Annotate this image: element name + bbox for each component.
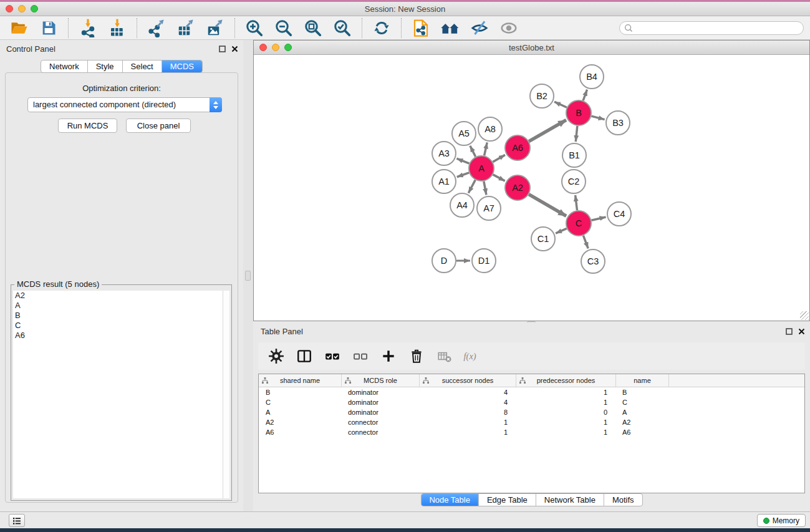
mcds-result-scrollbar[interactable]	[223, 291, 229, 498]
column-header-predecessor-nodes[interactable]: predecessor nodes	[516, 374, 616, 387]
mcds-result-item[interactable]: A6	[13, 331, 229, 341]
graph-edge-B-B3[interactable]	[591, 116, 604, 119]
graph-edge-B-B2[interactable]	[554, 102, 567, 107]
graph-edge-A-A8[interactable]	[485, 142, 488, 155]
graph-node-A1[interactable]: A1	[432, 170, 456, 193]
tab-network[interactable]: Network	[41, 60, 87, 72]
mcds-result-item[interactable]: C	[13, 321, 229, 331]
graph-node-D1[interactable]: D1	[472, 249, 496, 273]
graph-edge-A-A3[interactable]	[456, 158, 469, 163]
select-all-button[interactable]	[322, 346, 342, 366]
column-header-shared-name[interactable]: shared name	[259, 374, 342, 387]
tab-network-table[interactable]: Network Table	[536, 494, 604, 506]
column-header-mcds-role[interactable]: MCDS role	[342, 374, 420, 387]
float-panel-icon[interactable]	[786, 328, 793, 335]
graph-node-B4[interactable]: B4	[580, 65, 604, 89]
run-mcds-button[interactable]: Run MCDS	[58, 118, 117, 133]
graph-edge-C-C3[interactable]	[583, 236, 588, 249]
graph-edge-A-A2[interactable]	[493, 175, 505, 181]
graph-edge-A-A6[interactable]	[493, 155, 505, 162]
table-settings-button[interactable]	[266, 346, 286, 366]
graph-node-C1[interactable]: C1	[531, 227, 555, 251]
show-glyph-button[interactable]	[497, 17, 521, 39]
graph-node-C3[interactable]: C3	[581, 249, 605, 273]
network-document-button[interactable]	[409, 17, 433, 39]
graph-node-A5[interactable]: A5	[452, 122, 476, 145]
hide-glyph-button[interactable]	[468, 17, 491, 39]
graph-node-C[interactable]: C	[566, 211, 591, 236]
export-network-button[interactable]	[145, 17, 168, 39]
export-image-button[interactable]	[203, 17, 227, 39]
tab-motifs[interactable]: Motifs	[604, 494, 642, 506]
graph-edge-A-A5[interactable]	[470, 146, 476, 157]
resize-grip-icon[interactable]	[800, 311, 809, 320]
graph-node-C4[interactable]: C4	[607, 202, 631, 226]
splitter-grip[interactable]	[245, 271, 251, 281]
table-row[interactable]: A6connector11A6	[259, 427, 804, 437]
zoom-in-button[interactable]	[243, 17, 266, 39]
refresh-view-button[interactable]	[370, 17, 393, 39]
home-button[interactable]	[438, 17, 462, 39]
network-graph-canvas[interactable]: B4B2BB3A8A5A6A3B1AA1C2A2A4A7C4CC1C3DD1	[254, 55, 809, 321]
tab-style[interactable]: Style	[87, 60, 122, 72]
tab-select[interactable]: Select	[122, 60, 162, 72]
import-network-button[interactable]	[76, 17, 100, 39]
table-row[interactable]: Adominator80A	[259, 407, 804, 417]
graph-node-D[interactable]: D	[432, 249, 456, 273]
graph-node-C2[interactable]: C2	[562, 170, 586, 193]
graph-edge-C-C2[interactable]	[576, 195, 577, 210]
mcds-result-item[interactable]: B	[13, 311, 229, 321]
graph-node-B[interactable]: B	[566, 100, 591, 125]
close-panel-button[interactable]: Close panel	[126, 118, 191, 133]
graph-edge-C-C1[interactable]	[556, 228, 567, 233]
panel-splitter[interactable]	[243, 40, 253, 511]
float-panel-icon[interactable]	[219, 46, 226, 52]
column-header-name[interactable]: name	[616, 374, 669, 387]
table-row[interactable]: A2connector11A2	[259, 417, 804, 427]
search-input[interactable]	[634, 22, 803, 34]
graph-node-B1[interactable]: B1	[562, 143, 586, 167]
zoom-fit-button[interactable]	[301, 17, 325, 39]
memory-button[interactable]: Memory	[757, 514, 806, 527]
graph-node-A8[interactable]: A8	[478, 117, 502, 141]
graph-node-A6[interactable]: A6	[505, 135, 530, 160]
export-table-button[interactable]	[174, 17, 198, 39]
zoom-out-button[interactable]	[272, 17, 296, 39]
graph-edge-A-A7[interactable]	[484, 181, 486, 195]
deselect-all-button[interactable]	[350, 346, 370, 366]
delete-column-button[interactable]	[407, 346, 427, 366]
delete-table-button[interactable]	[435, 346, 455, 366]
open-session-button[interactable]	[7, 17, 31, 39]
graph-edge-B-B1[interactable]	[576, 126, 577, 142]
tab-edge-table[interactable]: Edge Table	[478, 494, 536, 506]
graph-node-A3[interactable]: A3	[432, 142, 456, 165]
optimization-criterion-select[interactable]: largest connected component (directed)	[27, 97, 222, 112]
add-column-button[interactable]	[378, 346, 398, 366]
close-panel-icon[interactable]	[798, 328, 805, 335]
mcds-result-list[interactable]: A2ABCA6	[13, 291, 229, 498]
graph-edge-B-B4[interactable]	[583, 90, 587, 101]
graph-node-A[interactable]: A	[469, 156, 494, 181]
mcds-result-item[interactable]: A2	[13, 291, 229, 301]
table-row[interactable]: Cdominator41C	[259, 397, 804, 407]
split-columns-button[interactable]	[294, 346, 314, 366]
graph-edge-C-C4[interactable]	[591, 217, 605, 220]
graph-edge-A-A1[interactable]	[457, 173, 469, 177]
zoom-selected-button[interactable]	[330, 17, 354, 39]
graph-node-A7[interactable]: A7	[477, 196, 501, 220]
graph-node-B2[interactable]: B2	[530, 84, 554, 108]
table-row[interactable]: Bdominator41B	[259, 387, 804, 397]
graph-node-A4[interactable]: A4	[450, 193, 474, 217]
import-table-button[interactable]	[105, 17, 129, 39]
graph-node-B3[interactable]: B3	[606, 111, 630, 135]
graph-edge-A-A4[interactable]	[468, 180, 475, 193]
graph-node-A2[interactable]: A2	[505, 175, 530, 200]
close-panel-icon[interactable]	[231, 46, 238, 52]
graph-edge-A6-B[interactable]	[529, 120, 566, 141]
tab-node-table[interactable]: Node Table	[421, 494, 478, 506]
mcds-result-item[interactable]: A	[13, 301, 229, 311]
save-session-button[interactable]	[37, 17, 60, 39]
column-header-successor-nodes[interactable]: successor nodes	[420, 374, 516, 387]
function-builder-button[interactable]: f(x)	[463, 346, 483, 366]
tab-mcds[interactable]: MCDS	[162, 60, 202, 72]
